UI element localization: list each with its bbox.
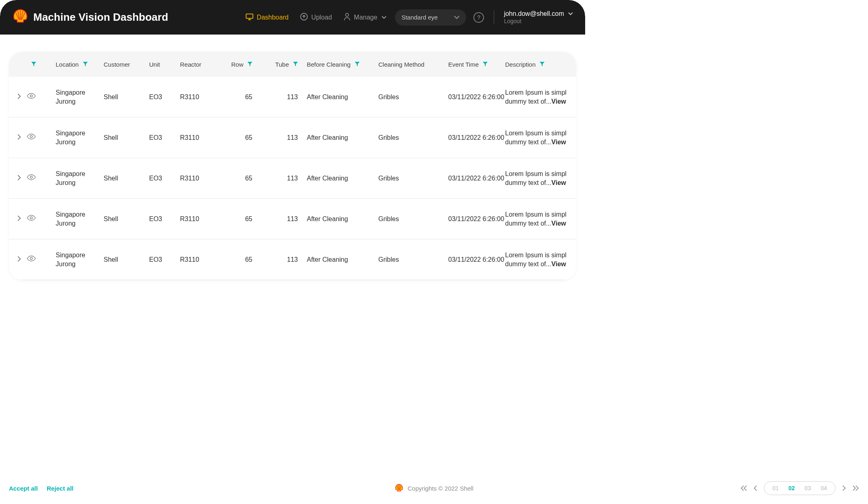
column-row-label: Row bbox=[231, 61, 243, 68]
user-menu[interactable]: john.dow@shell.com bbox=[504, 10, 573, 18]
cell-location: Singapore Jurong bbox=[56, 88, 104, 106]
nav-upload-label: Upload bbox=[311, 14, 332, 21]
cell-customer: Shell bbox=[104, 255, 149, 264]
column-reactor-label: Reactor bbox=[180, 61, 202, 68]
expand-row-button[interactable] bbox=[17, 174, 21, 183]
table-body: Singapore JurongShellEO3R311065113After … bbox=[9, 77, 576, 280]
table-row: Singapore JurongShellEO3R311065113After … bbox=[9, 77, 576, 117]
eye-icon[interactable] bbox=[27, 133, 36, 142]
monitor-icon bbox=[245, 13, 254, 22]
cell-before: After Cleaning bbox=[307, 255, 378, 264]
cell-customer: Shell bbox=[104, 93, 149, 102]
expand-row-button[interactable] bbox=[17, 255, 21, 264]
cell-time: 03/11/2022 6:26:00 bbox=[448, 93, 505, 102]
cell-location: Singapore Jurong bbox=[56, 210, 104, 228]
cell-tube: 113 bbox=[265, 215, 307, 224]
question-icon: ? bbox=[477, 14, 480, 21]
cell-customer: Shell bbox=[104, 133, 149, 142]
cell-before: After Cleaning bbox=[307, 133, 378, 142]
column-method-label: Cleaning Method bbox=[378, 61, 424, 68]
cell-before: After Cleaning bbox=[307, 93, 378, 102]
filter-icon[interactable] bbox=[355, 62, 360, 67]
svg-point-6 bbox=[30, 217, 33, 219]
eye-icon[interactable] bbox=[27, 174, 36, 183]
chevron-down-icon bbox=[454, 14, 460, 21]
table-row: Singapore JurongShellEO3R311065113After … bbox=[9, 117, 576, 158]
cell-method: Gribles bbox=[378, 93, 448, 102]
eye-icon[interactable] bbox=[27, 215, 36, 224]
preset-select[interactable]: Standard eye bbox=[395, 9, 466, 26]
chevron-down-icon bbox=[568, 10, 573, 18]
column-before-label: Before Cleaning bbox=[307, 61, 351, 68]
cell-customer: Shell bbox=[104, 174, 149, 183]
cell-tube: 113 bbox=[265, 174, 307, 183]
nav-upload[interactable]: Upload bbox=[300, 13, 332, 22]
cell-description: Lorem Ipsum is simpl dummy text of...Vie… bbox=[505, 251, 576, 268]
svg-rect-0 bbox=[246, 14, 253, 18]
eye-icon[interactable] bbox=[27, 255, 36, 264]
filter-icon[interactable] bbox=[483, 62, 488, 67]
nav-manage-label: Manage bbox=[354, 14, 378, 21]
chevron-down-icon bbox=[382, 14, 386, 21]
cell-tube: 113 bbox=[265, 133, 307, 142]
data-card: Location Customer Unit Reactor Row Tube … bbox=[9, 52, 576, 280]
eye-icon[interactable] bbox=[27, 93, 36, 102]
cell-location: Singapore Jurong bbox=[56, 169, 104, 187]
shell-logo-icon bbox=[12, 9, 28, 26]
cell-row: 65 bbox=[226, 93, 265, 102]
table-header-row: Location Customer Unit Reactor Row Tube … bbox=[9, 52, 576, 77]
upload-icon bbox=[300, 13, 308, 22]
view-link[interactable]: View bbox=[551, 261, 566, 267]
cell-unit: EO3 bbox=[149, 174, 180, 183]
column-location-label: Location bbox=[56, 61, 79, 68]
help-button[interactable]: ? bbox=[473, 12, 484, 23]
cell-method: Gribles bbox=[378, 255, 448, 264]
expand-row-button[interactable] bbox=[17, 93, 21, 102]
cell-unit: EO3 bbox=[149, 255, 180, 264]
cell-tube: 113 bbox=[265, 93, 307, 102]
cell-description: Lorem Ipsum is simpl dummy text of...Vie… bbox=[505, 169, 576, 187]
filter-icon[interactable] bbox=[31, 62, 36, 67]
cell-row: 65 bbox=[226, 174, 265, 183]
cell-reactor: R3110 bbox=[180, 133, 226, 142]
cell-tube: 113 bbox=[265, 255, 307, 264]
logout-link[interactable]: Logout bbox=[504, 18, 573, 25]
svg-point-3 bbox=[30, 95, 33, 97]
expand-row-button[interactable] bbox=[17, 133, 21, 142]
cell-time: 03/11/2022 6:26:00 bbox=[448, 174, 505, 183]
svg-point-5 bbox=[30, 176, 33, 178]
table-row: Singapore JurongShellEO3R311065113After … bbox=[9, 158, 576, 199]
view-link[interactable]: View bbox=[551, 179, 566, 186]
cell-before: After Cleaning bbox=[307, 215, 378, 224]
column-unit-label: Unit bbox=[149, 61, 160, 68]
nav-manage[interactable]: Manage bbox=[343, 13, 386, 22]
nav-dashboard[interactable]: Dashboard bbox=[245, 13, 289, 22]
brand-title: Machine Vision Dashboard bbox=[33, 11, 168, 24]
view-link[interactable]: View bbox=[551, 220, 566, 227]
cell-method: Gribles bbox=[378, 215, 448, 224]
cell-reactor: R3110 bbox=[180, 215, 226, 224]
top-bar: Machine Vision Dashboard Dashboard Uploa… bbox=[0, 0, 585, 35]
cell-before: After Cleaning bbox=[307, 174, 378, 183]
column-tube-label: Tube bbox=[275, 61, 289, 68]
view-link[interactable]: View bbox=[551, 139, 566, 146]
view-link[interactable]: View bbox=[551, 98, 566, 105]
filter-icon[interactable] bbox=[293, 62, 298, 67]
svg-point-7 bbox=[30, 257, 33, 260]
user-email: john.dow@shell.com bbox=[504, 10, 564, 18]
filter-icon[interactable] bbox=[540, 62, 545, 67]
user-block: john.dow@shell.com Logout bbox=[504, 10, 573, 25]
filter-icon[interactable] bbox=[83, 62, 88, 67]
user-icon bbox=[343, 13, 351, 22]
cell-reactor: R3110 bbox=[180, 255, 226, 264]
filter-icon[interactable] bbox=[247, 62, 252, 67]
cell-description: Lorem Ipsum is simpl dummy text of...Vie… bbox=[505, 88, 576, 106]
expand-row-button[interactable] bbox=[17, 215, 21, 224]
cell-location: Singapore Jurong bbox=[56, 251, 104, 268]
cell-method: Gribles bbox=[378, 174, 448, 183]
divider bbox=[494, 11, 494, 24]
svg-point-2 bbox=[345, 13, 349, 16]
preset-label: Standard eye bbox=[401, 14, 438, 21]
main-nav: Dashboard Upload Manage bbox=[245, 13, 386, 22]
cell-time: 03/11/2022 6:26:00 bbox=[448, 215, 505, 224]
